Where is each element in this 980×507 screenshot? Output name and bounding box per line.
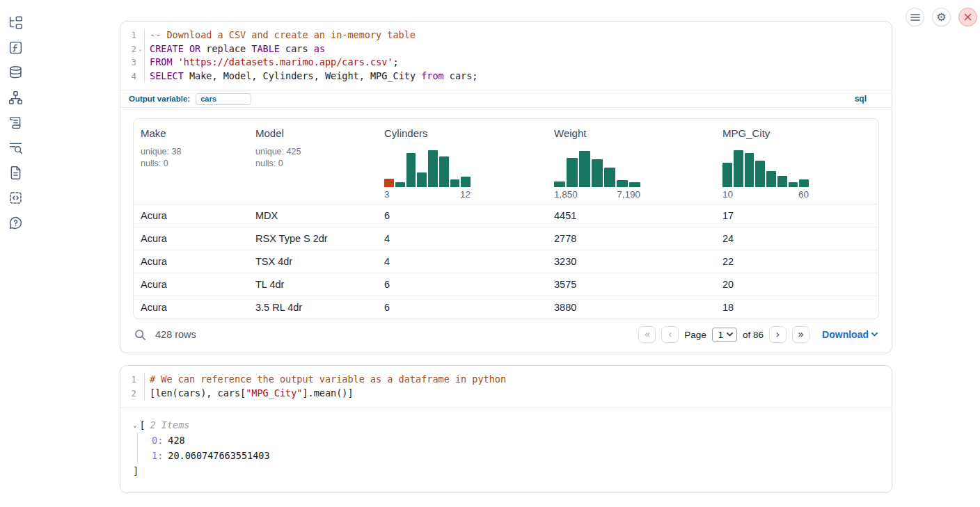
data-table: Makeunique: 38nulls: 0Modelunique: 425nu… <box>134 119 879 319</box>
column-header-inner: Cylinders312 <box>384 127 540 200</box>
sidebar-item-file-explorer[interactable] <box>8 15 23 30</box>
code-line[interactable]: 2⌄CREATE OR replace TABLE cars as <box>120 42 892 56</box>
table-cell: 3575 <box>547 273 716 296</box>
code-token: SELECT <box>150 70 184 81</box>
line-number: 2 <box>131 387 136 401</box>
column-header-model[interactable]: Modelunique: 425nulls: 0 <box>248 119 377 204</box>
histogram-bar <box>450 179 460 187</box>
code-line[interactable]: 1-- Download a CSV and create an in-memo… <box>120 29 892 42</box>
help-bubble-icon <box>8 216 23 230</box>
code-token: as <box>314 43 325 54</box>
tree-children: 0:4281:20.060747663551403 <box>137 433 879 464</box>
fold-toggle-icon[interactable]: ⌄ <box>136 42 144 56</box>
page-select-value: 1 <box>718 330 723 340</box>
language-badge: sql <box>855 94 867 104</box>
histogram-bar <box>722 163 732 187</box>
column-name: Make <box>141 127 242 139</box>
data-table-card: Makeunique: 38nulls: 0Modelunique: 425nu… <box>133 118 879 319</box>
code-line[interactable]: 3FROM 'https://datasets.marimo.app/cars.… <box>120 56 892 70</box>
output-variable-input[interactable] <box>196 93 251 105</box>
column-header-inner: MPG_City1060 <box>722 127 873 200</box>
sidebar-item-snippets[interactable] <box>8 190 23 205</box>
code-token: cars <box>280 43 314 54</box>
sql-cell-footer: Output variable: sql <box>120 90 892 108</box>
column-name: Weight <box>554 127 709 139</box>
table-cell: 4 <box>377 250 547 273</box>
histogram-bar <box>755 161 765 187</box>
code-token <box>173 56 178 67</box>
histogram-bar <box>384 179 394 187</box>
histogram-bar <box>604 168 615 187</box>
sidebar-item-dependency-graph[interactable] <box>8 90 23 105</box>
table-row[interactable]: AcuraRSX Type S 2dr4277824 <box>134 227 879 250</box>
notebook-controls: ⚙ <box>906 8 977 26</box>
table-cell: 18 <box>716 296 879 319</box>
download-button[interactable]: Download <box>822 329 878 340</box>
shutdown-button[interactable] <box>958 8 977 26</box>
table-search-button[interactable] <box>134 329 146 341</box>
menu-button[interactable] <box>906 8 924 26</box>
python-code-editor[interactable]: 1# We can reference the output variable … <box>120 366 892 407</box>
table-row[interactable]: Acura3.5 RL 4dr6388018 <box>134 296 879 319</box>
column-header-mpg_city[interactable]: MPG_City1060 <box>716 119 879 204</box>
code-line-text: SELECT Make, Model, Cylinders, Weight, M… <box>145 70 477 83</box>
table-cell: 3880 <box>547 296 716 319</box>
column-header-cylinders[interactable]: Cylinders312 <box>377 119 547 204</box>
tree-items-count: 2 Items <box>150 419 190 430</box>
code-token: cars; <box>444 70 478 81</box>
code-token: "MPG_City" <box>246 387 302 399</box>
network-graph-icon <box>8 90 23 105</box>
sidebar-item-datasources[interactable] <box>8 65 23 80</box>
code-line[interactable]: 2[len(cars), cars["MPG_City"].mean()] <box>120 387 892 401</box>
tree-entry-key: 0: <box>152 435 163 446</box>
table-row[interactable]: AcuraTL 4dr6357520 <box>134 273 879 296</box>
settings-button[interactable]: ⚙ <box>932 8 951 26</box>
histogram-bar <box>617 180 628 187</box>
column-header-make[interactable]: Makeunique: 38nulls: 0 <box>134 119 248 204</box>
histogram-bar <box>567 158 578 187</box>
line-number-gutter: 1 <box>120 29 145 42</box>
table-cell: 20 <box>716 273 879 296</box>
table-cell: RSX Type S 2dr <box>248 227 377 250</box>
histogram-bars <box>384 148 471 187</box>
page-select[interactable]: 1 <box>712 328 737 342</box>
histogram-bar <box>592 159 603 187</box>
last-page-button[interactable]: » <box>792 326 809 343</box>
column-header-weight[interactable]: Weight1,8507,190 <box>547 119 716 204</box>
sql-code-editor[interactable]: 1-- Download a CSV and create an in-memo… <box>120 22 892 90</box>
sidebar-item-logs-search[interactable] <box>8 140 23 155</box>
line-number: 4 <box>131 70 136 83</box>
table-row[interactable]: AcuraTSX 4dr4323022 <box>134 250 879 273</box>
next-page-button[interactable]: › <box>769 326 787 343</box>
first-page-button[interactable]: « <box>638 326 656 343</box>
tree-entry: 1:20.060747663551403 <box>152 448 879 464</box>
code-line[interactable]: 4SELECT Make, Model, Cylinders, Weight, … <box>120 70 892 83</box>
prev-page-button[interactable]: ‹ <box>661 326 679 343</box>
code-token: FROM <box>150 56 173 67</box>
line-number-gutter: 4 <box>120 70 145 83</box>
table-footer: 428 rows « ‹ Page 1 of 86 › » Download <box>133 326 879 343</box>
code-snippet-icon <box>8 191 23 205</box>
sidebar-item-variables[interactable] <box>8 40 23 55</box>
chevron-down-icon <box>727 332 733 337</box>
table-row[interactable]: AcuraMDX6445117 <box>134 204 879 227</box>
code-line-text: -- Download a CSV and create an in-memor… <box>145 29 416 42</box>
sidebar-item-help[interactable] <box>8 215 23 230</box>
output-variable-label: Output variable: <box>129 95 190 103</box>
code-token: -- Download a CSV and create an in-memor… <box>150 29 416 40</box>
histogram-bar <box>789 182 798 187</box>
tree-close-bracket: ] <box>133 464 879 478</box>
table-cell: 6 <box>377 204 547 227</box>
table-cell: Acura <box>134 227 248 250</box>
notebook-main: 1-- Download a CSV and create an in-memo… <box>120 21 892 493</box>
tree-collapse-toggle[interactable]: ⌄ <box>133 421 136 428</box>
histogram-axis-labels: 1,8507,190 <box>554 189 640 200</box>
line-number: 3 <box>131 56 136 70</box>
histogram-min-label: 3 <box>384 189 390 200</box>
page-total-label: of 86 <box>743 330 764 340</box>
sidebar-item-scratchpad[interactable] <box>8 115 23 130</box>
code-line[interactable]: 1# We can reference the output variable … <box>120 373 892 387</box>
sidebar-item-documentation[interactable] <box>8 165 23 180</box>
code-token: ].mean()] <box>302 387 353 399</box>
code-token <box>184 43 189 54</box>
